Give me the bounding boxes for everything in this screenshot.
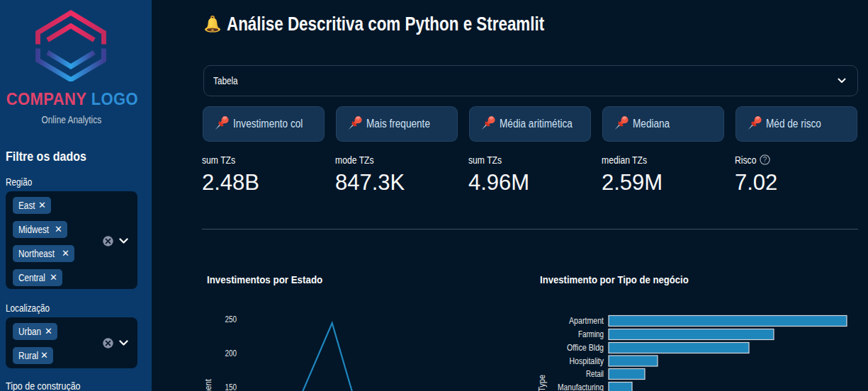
svg-text:Farming: Farming — [578, 329, 604, 339]
svg-text:250: 250 — [225, 314, 237, 324]
svg-text:?: ? — [763, 155, 767, 164]
svg-text:business Type: business Type — [537, 375, 547, 391]
svg-text:200: 200 — [225, 348, 237, 358]
svg-text:150: 150 — [225, 382, 237, 391]
svg-text:Office Bldg: Office Bldg — [567, 343, 604, 353]
svg-text:Apartment: Apartment — [569, 316, 604, 326]
svg-text:Investment: Investment — [203, 378, 213, 391]
svg-text:Manufacturing: Manufacturing — [558, 382, 604, 391]
svg-text:Hospitality: Hospitality — [570, 356, 604, 366]
svg-text:Retail: Retail — [586, 369, 604, 379]
